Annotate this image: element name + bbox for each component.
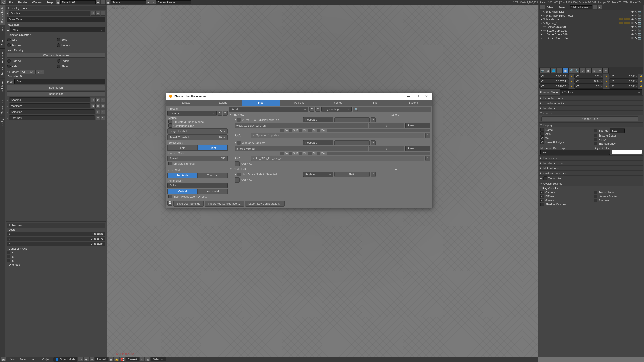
off-toggle[interactable]: Off <box>20 70 28 74</box>
sel2-icon[interactable]: ○ <box>101 110 105 114</box>
on-toggle[interactable]: On <box>28 70 36 74</box>
cmd-mod[interactable]: Cm <box>317 129 325 132</box>
import-config-button[interactable]: Import Key Configuration... <box>205 201 244 207</box>
outliner-item[interactable]: ▸▽0_side_hatch👁↖📷 <box>539 17 643 21</box>
add-layout-icon[interactable]: + <box>96 0 100 4</box>
draw-type-dropdown[interactable]: Draw Type <box>7 17 105 22</box>
outliner-item[interactable]: ▸〰BezierCurve.074👁↖📷 <box>539 36 643 40</box>
render-border-icon[interactable]: ▨ <box>145 357 150 361</box>
remove-keymap-icon[interactable]: × <box>371 172 376 177</box>
menu-render[interactable]: Render <box>16 1 30 4</box>
horizontal-button[interactable]: Horizontal <box>197 189 228 194</box>
collapse-icon[interactable]: ▾ <box>235 141 236 144</box>
menu-file[interactable]: File <box>6 1 16 4</box>
sphere2-icon[interactable]: ◐ <box>96 98 100 102</box>
shadow-check[interactable]: Shadow <box>594 198 642 202</box>
outliner-item[interactable]: ▸〰BezierCurve.013👁↖📷 <box>539 29 643 32</box>
add-new-icon[interactable]: + <box>235 177 240 183</box>
add-new-button[interactable]: Add New <box>241 178 252 182</box>
scale-y-field[interactable]: Y:0.021 <box>609 79 638 84</box>
shading-mode-icon[interactable]: ○ <box>78 357 83 361</box>
sphere3-icon[interactable]: ● <box>101 98 105 102</box>
expand-icon[interactable]: ▸ <box>7 110 8 114</box>
mod3-icon[interactable]: ▥ <box>101 104 105 108</box>
constraint-tab-icon[interactable]: 🔗 <box>568 68 574 73</box>
translate-header[interactable]: ▾Translate <box>7 223 105 228</box>
remove-scene-icon[interactable]: × <box>151 0 156 4</box>
relations-extras-section[interactable]: ▸Relations Extras <box>539 160 643 165</box>
input-type-dropdown[interactable]: Keyboard <box>303 172 333 177</box>
object-tab-icon[interactable]: ▣ <box>562 68 568 73</box>
menu-help[interactable]: Help <box>45 1 55 4</box>
add-new-icon[interactable]: + <box>235 161 240 166</box>
material-tab-icon[interactable]: ◉ <box>586 68 591 73</box>
object-menu[interactable]: Object <box>40 358 52 361</box>
outliner-item[interactable]: ▸▽0_MAINMIRROR👁↖📷 <box>539 10 643 14</box>
bounds-on-button[interactable]: Bounds On <box>7 85 105 90</box>
outliner-item[interactable]: ▸〰BezierCurve.018👁↖📷 <box>539 32 643 36</box>
motion-paths-section[interactable]: ▸Motion Paths <box>539 165 643 170</box>
any-mod[interactable]: An <box>280 152 288 155</box>
mod-icon[interactable]: ▣ <box>91 104 96 108</box>
expand-icon[interactable]: ▸ <box>7 98 8 102</box>
vtab-grease-pencil[interactable]: Grease Pencil <box>0 95 5 116</box>
vtab-animation[interactable]: Animation <box>0 48 5 65</box>
vtab-create[interactable]: Create <box>0 36 5 48</box>
shift-mod[interactable]: Shif <box>289 129 298 132</box>
outliner-filter-icon[interactable]: ⌕ <box>593 5 597 9</box>
tab-editing[interactable]: Editing <box>204 100 242 106</box>
remove-config-icon[interactable]: − <box>315 107 320 112</box>
rot-x-field[interactable]: X:-101° <box>574 74 604 79</box>
nav-icon[interactable]: ↻ <box>96 116 100 120</box>
any-mod[interactable]: An <box>280 129 288 132</box>
constraint-x[interactable]: X: <box>7 251 105 255</box>
vtab-relations[interactable]: Relations <box>0 79 5 95</box>
vtab-tools[interactable]: Tools <box>0 25 5 36</box>
export-config-button[interactable]: Export Key Configuration... <box>245 201 285 207</box>
particle-tab-icon[interactable]: ✦ <box>597 68 603 73</box>
alt-mod[interactable]: Alt <box>308 152 316 155</box>
lock-camera-icon[interactable]: 🔒 <box>114 357 119 361</box>
view-menu[interactable]: View <box>7 358 17 361</box>
transmission-check[interactable]: Transmission <box>594 190 642 194</box>
vtab-physics[interactable]: Physics <box>0 65 5 79</box>
modifiers-field[interactable]: Modifiers <box>9 103 90 108</box>
draw-all-edges-check[interactable]: Draw All Edges <box>540 140 589 144</box>
emulate-3button-check[interactable]: Emulate 3 Button Mouse <box>167 120 228 124</box>
extra-key-field[interactable] <box>327 152 431 155</box>
constraint-z[interactable]: Z: <box>7 259 105 263</box>
tab-system[interactable]: System <box>394 100 432 106</box>
vtab-display-tools[interactable]: Display Tools <box>0 5 5 25</box>
vector-z-field[interactable]: Z:-0.000706 <box>7 242 105 246</box>
expand-icon[interactable]: ▸ <box>7 12 8 15</box>
menu-window[interactable]: Window <box>30 1 45 4</box>
bounds-type-dropdown[interactable]: Box <box>610 128 625 133</box>
duplication-section[interactable]: ▸Duplication <box>539 155 643 160</box>
outliner-item[interactable]: ▸▽0_MAINMIRROR.002👁↖📷 <box>539 14 643 17</box>
remove-preset-icon[interactable]: − <box>223 111 228 116</box>
volume-scatter-check[interactable]: Volume Scatter <box>594 194 642 198</box>
ctrl-mod[interactable]: Ctrl <box>299 152 307 155</box>
vertical-button[interactable]: Vertical <box>167 189 197 194</box>
outliner-item[interactable]: ▸▽0_vent_01👁↖📷 <box>539 21 643 25</box>
selection-field[interactable]: Selection <box>9 109 95 114</box>
toggle-radio[interactable]: Toggle <box>56 59 105 63</box>
tab-interface[interactable]: Interface <box>166 100 204 106</box>
glossy-check[interactable]: Glossy <box>540 198 589 202</box>
speed-field[interactable]: Speed:350 <box>167 156 228 161</box>
display-tools-header[interactable]: ▾Display Tools <box>6 6 106 10</box>
add-config-icon[interactable]: + <box>309 107 314 112</box>
expand-icon[interactable]: ▸ <box>235 173 236 176</box>
render-tab-icon[interactable]: 📷 <box>539 68 545 73</box>
scene-dropdown[interactable]: Scene <box>111 0 146 4</box>
tab-input[interactable]: Input <box>242 100 280 106</box>
tab-themes[interactable]: Themes <box>318 100 356 106</box>
keyconfig-dropdown[interactable]: Blender <box>229 107 308 112</box>
scale-x-field[interactable]: X:0.021 <box>609 74 638 79</box>
operator-field[interactable]: view3d.display_wire_on <box>235 123 368 128</box>
add-to-group-button[interactable]: Add to Group <box>541 116 638 121</box>
xray-check[interactable]: X-Ray <box>594 138 642 142</box>
key-field[interactable]: ; <box>334 140 370 145</box>
minimize-button[interactable]: — <box>405 94 412 98</box>
alt-mod[interactable]: Alt <box>308 129 316 132</box>
